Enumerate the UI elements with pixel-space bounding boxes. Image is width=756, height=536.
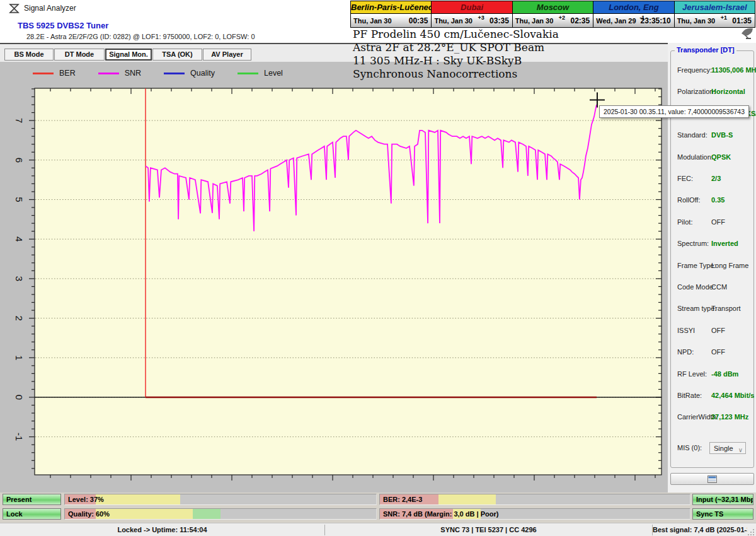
mode-button-signal-mon-[interactable]: Signal Mon. xyxy=(105,49,152,61)
transponder-row-label: Standard: xyxy=(677,131,707,139)
transponder-row-value: Long Frame xyxy=(711,262,748,269)
chevron-down-icon: ∨ xyxy=(738,445,743,456)
clock-column: MoscowThu, Jan 30+202:35 xyxy=(513,1,593,27)
gauge-bar: Level: 37% xyxy=(64,494,377,505)
y-axis-label: 7 xyxy=(14,118,25,123)
clock-column: London, EngWed, Jan 29-123:35:10 xyxy=(593,1,674,27)
transponder-row-value: OFF xyxy=(711,218,725,226)
transponder-row-label: Pilot: xyxy=(677,218,692,226)
chart-panel: BERSNRQualityLevel -101234567 xyxy=(0,62,668,492)
gauge-bar-label: SNR: 7,4 dB (Margin: 3,0 dB | Poor) xyxy=(383,509,498,519)
transponder-row-label: Polarization: xyxy=(677,88,716,95)
annotation-line-3: 11 305 MHz-H : Sky UK-BSkyB xyxy=(353,54,693,67)
clock-city: Dubai xyxy=(432,1,512,14)
transponder-row-label: FEC: xyxy=(677,175,693,182)
y-axis-label: 0 xyxy=(14,395,25,400)
status-pill-input-32-31-mbps-: Input (~32,31 Mbps) xyxy=(692,494,753,505)
annotation-text-block: PF Prodelin 450 cm/Lučenec-Slovakia Astr… xyxy=(353,28,693,81)
transponder-row-label: Stream type: xyxy=(677,305,716,312)
transponder-row-value: Horizontal xyxy=(711,88,745,95)
gauge-row: PresentLevel: 37%BER: 2,4E-3Input (~32,3… xyxy=(0,494,756,505)
status-pill-present: Present xyxy=(3,494,61,505)
gauge-area: PresentLevel: 37%BER: 2,4E-3Input (~32,3… xyxy=(0,492,756,523)
transponder-row-value: DVB-S xyxy=(711,131,733,139)
stream-list-button[interactable] xyxy=(670,473,754,485)
world-clocks: Berlin-Paris-LučenecThu, Jan 3000:35Duba… xyxy=(350,1,755,28)
transponder-row-value: Inverted xyxy=(711,240,738,247)
status-uptime: Locked -> Uptime: 11:54:04 xyxy=(0,523,324,536)
transponder-row-value: CCM xyxy=(711,283,727,291)
status-pill-lock: Lock xyxy=(3,508,61,520)
transponder-row-value: OFF xyxy=(711,327,725,334)
transponder-row-label: BitRate: xyxy=(677,392,702,399)
gauge-bar: Quality: 60% xyxy=(64,508,377,520)
annotation-line-1: PF Prodelin 450 cm/Lučenec-Slovakia xyxy=(353,28,693,41)
tuner-subtitle: 28.2E - Astra 2E/2F/2G (ID: 0282) @ LOF1… xyxy=(26,33,255,40)
app-logo-icon xyxy=(9,3,20,14)
mode-button-tsa-ok-[interactable]: TSA (OK) xyxy=(152,49,202,61)
clock-column: Jerusalem-IsraelThu, Jan 30+101:35 xyxy=(675,1,755,27)
annotation-line-2: Astra 2F at 28.2°E_UK SPOT Beam xyxy=(353,41,693,54)
satellite-dish-icon xyxy=(740,26,755,39)
transponder-row-label: Spectrum: xyxy=(677,240,709,247)
transponder-row-value: -48 dBm xyxy=(711,370,738,378)
gauge-segment-green xyxy=(193,509,220,519)
clock-time-cell: Thu, Jan 30+303:35 xyxy=(432,14,512,27)
status-counters: SYNC 73 | TEI 5237 | CC 4296 xyxy=(325,523,652,536)
transponder-row-label: NPD: xyxy=(677,348,694,356)
y-axis-label: 5 xyxy=(14,197,25,202)
mode-button-av-player[interactable]: AV Player xyxy=(203,49,251,61)
transponder-row-label: Modulation: xyxy=(677,153,713,161)
clock-time-cell: Thu, Jan 3000:35 xyxy=(351,14,431,27)
gauge-bar-label: Level: 37% xyxy=(68,494,104,504)
y-axis-label: 3 xyxy=(14,276,25,281)
transponder-row-value: 37,123 MHz xyxy=(711,413,748,421)
transponder-row-label: RollOff: xyxy=(677,196,700,204)
tuner-name: TBS 5925 DVBS2 Tuner xyxy=(18,21,108,30)
clock-column: Berlin-Paris-LučenecThu, Jan 3000:35 xyxy=(351,1,432,27)
transponder-row-value: 2/3 xyxy=(711,175,721,182)
y-axis-label: 4 xyxy=(14,236,25,242)
transponder-row-label: RF Level: xyxy=(677,370,707,378)
clock-time-cell: Thu, Jan 30+202:35 xyxy=(513,14,593,27)
gauge-bar: BER: 2,4E-3 xyxy=(379,494,690,505)
status-best-signal: Best signal: 7,4 dB (2025-01-30 00:33) xyxy=(653,523,747,536)
gauge-bar-label: Quality: 60% xyxy=(68,509,110,519)
transponder-row-label: Frame Type: xyxy=(677,262,716,269)
clock-city: Jerusalem-Israel xyxy=(675,1,755,14)
y-axis-label: 2 xyxy=(14,315,25,320)
transponder-row-value: 42,464 Mbit/s xyxy=(711,392,754,399)
y-axis-label: -1 xyxy=(14,433,25,441)
mis-select[interactable]: Single∨ xyxy=(709,442,746,454)
window-title: Signal Analyzer xyxy=(24,4,76,13)
signal-chart[interactable]: -101234567 xyxy=(0,62,668,492)
transponder-row-value: 0.35 xyxy=(711,196,724,204)
clock-city: London, Eng xyxy=(593,1,673,14)
gauge-bar-label: BER: 2,4E-3 xyxy=(383,494,422,504)
clock-time-cell: Wed, Jan 29-123:35:10 xyxy=(593,14,673,27)
clock-city: Berlin-Paris-Lučenec xyxy=(351,1,431,14)
gauge-row: LockQuality: 60%SNR: 7,4 dB (Margin: 3,0… xyxy=(0,508,756,520)
status-pill-sync-ts: Sync TS xyxy=(692,508,753,520)
transponder-row-value: 11305,006 MHz xyxy=(711,66,756,74)
transponder-row-label: Code Mode: xyxy=(677,283,715,291)
transponder-row-value: OFF xyxy=(711,348,725,356)
y-axis-label: 1 xyxy=(14,355,25,360)
mode-button-dt-mode[interactable]: DT Mode xyxy=(54,49,105,61)
resize-grip[interactable] xyxy=(748,528,755,535)
stack-icon xyxy=(707,475,717,483)
y-axis-label: 6 xyxy=(14,158,25,163)
mis-label: MIS (0): xyxy=(677,444,702,452)
mode-button-bs-mode[interactable]: BS Mode xyxy=(4,49,54,61)
clock-city: Moscow xyxy=(513,1,593,14)
transponder-row-value: Transport xyxy=(711,305,741,312)
gauge-segment-yellow xyxy=(96,494,180,504)
gauge-bar: SNR: 7,4 dB (Margin: 3,0 dB | Poor) xyxy=(379,508,690,520)
status-bar: Locked -> Uptime: 11:54:04 SYNC 73 | TEI… xyxy=(0,523,756,536)
signal-analyzer-window: Signal Analyzer TBS 5925 DVBS2 Tuner 28.… xyxy=(0,0,756,536)
transponder-row-label: ISSYI xyxy=(677,327,695,334)
gauge-segment-yellow xyxy=(96,509,192,519)
gauge-segment-yellow xyxy=(438,494,496,504)
chart-tooltip: 2025-01-30 00.35.11, value: 7,4000000953… xyxy=(599,105,749,118)
transponder-row-value: QPSK xyxy=(711,153,731,161)
